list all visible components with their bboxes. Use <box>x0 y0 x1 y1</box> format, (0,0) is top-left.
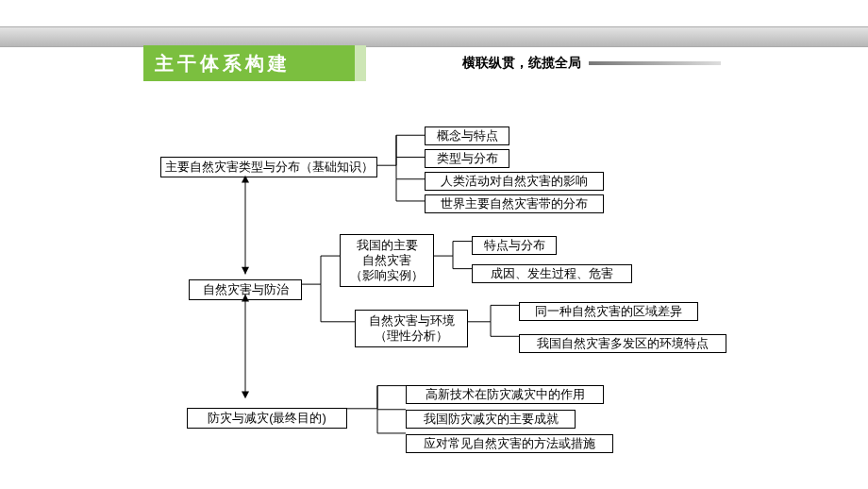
subtitle-box: 横联纵贯，统揽全局 <box>462 55 721 72</box>
title-box: 主干体系构建 <box>143 45 366 81</box>
node-b3-leaf2: 应对常见自然灾害的方法或措施 <box>406 434 613 453</box>
header-divider <box>0 26 868 47</box>
node-b2b-label: 自然灾害与环境 （理性分析） <box>369 313 455 345</box>
page-title: 主干体系构建 <box>155 51 291 76</box>
node-b2a-line1: 我国的主要 自然灾害 （影响实例） <box>350 238 424 284</box>
node-b1-leaf1: 类型与分布 <box>425 149 509 168</box>
svg-marker-4 <box>242 391 249 398</box>
node-branch2b: 自然灾害与环境 （理性分析） <box>355 310 468 347</box>
node-branch2a: 我国的主要 自然灾害 （影响实例） <box>340 234 434 287</box>
svg-marker-2 <box>242 267 249 275</box>
subtitle-text: 横联纵贯，统揽全局 <box>462 55 581 72</box>
node-b2a-leaf1: 成因、发生过程、危害 <box>472 264 632 283</box>
node-branch1: 主要自然灾害类型与分布（基础知识） <box>160 157 377 177</box>
node-b1-leaf3: 世界主要自然灾害带的分布 <box>425 194 604 213</box>
node-b3-leaf0: 高新技术在防灾减灾中的作用 <box>406 385 604 404</box>
node-root: 自然灾害与防治 <box>189 279 302 300</box>
node-branch3: 防灾与减灾(最终目的) <box>187 408 347 429</box>
diagram-canvas: 自然灾害与防治 主要自然灾害类型与分布（基础知识） 概念与特点 类型与分布 人类… <box>142 113 859 461</box>
node-b2b-leaf1: 我国自然灾害多发区的环境特点 <box>519 334 726 353</box>
node-b2a-leaf0: 特点与分布 <box>472 236 557 255</box>
subtitle-line <box>589 61 721 65</box>
node-b1-leaf2: 人类活动对自然灾害的影响 <box>425 172 604 191</box>
node-b3-leaf1: 我国防灾减灾的主要成就 <box>406 410 576 429</box>
node-b2b-leaf0: 同一种自然灾害的区域差异 <box>519 302 698 321</box>
node-b1-leaf0: 概念与特点 <box>425 126 509 145</box>
